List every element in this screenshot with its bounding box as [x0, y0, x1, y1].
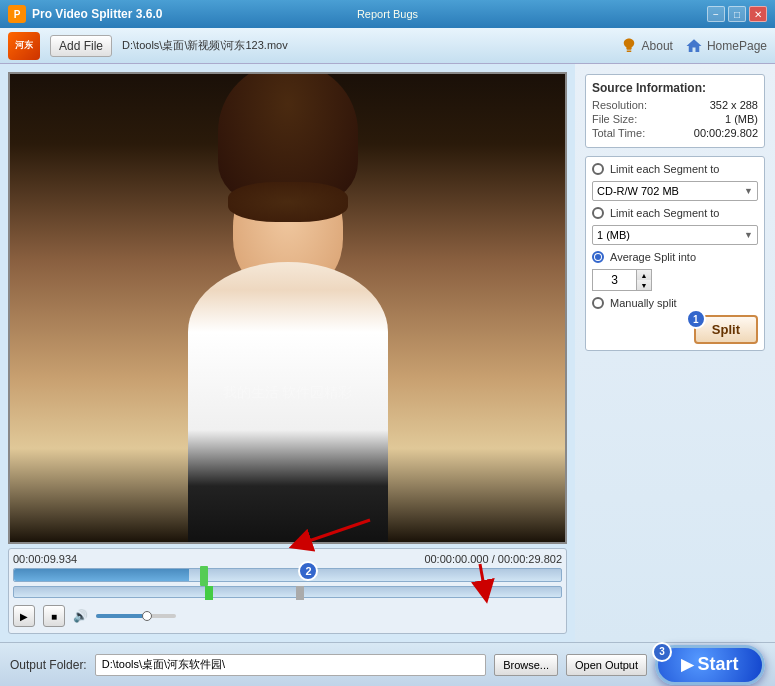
title-controls: − □ ✕ — [707, 6, 767, 22]
spin-buttons: ▲ ▼ — [636, 269, 652, 291]
cd-value: CD-R/W 702 MB — [597, 185, 679, 197]
title-bar-left: P Pro Video Splitter 3.6.0 — [8, 5, 163, 23]
start-button[interactable]: 3 ▶ Start — [655, 645, 765, 685]
play-button[interactable]: ▶ — [13, 605, 35, 627]
mb-arrow-icon: ▼ — [744, 230, 753, 240]
mb-value: 1 (MB) — [597, 229, 630, 241]
average-split-row: Average Split into — [592, 251, 758, 263]
source-info-title: Source Information: — [592, 81, 758, 95]
app-icon: P — [8, 5, 26, 23]
homepage-link[interactable]: HomePage — [685, 37, 767, 55]
about-link[interactable]: About — [620, 37, 673, 55]
split-count-spinner[interactable]: 3 ▲ ▼ — [592, 269, 652, 291]
total-time-value: 00:00:29.802 — [694, 127, 758, 139]
resolution-value: 352 x 288 — [710, 99, 758, 111]
browse-button[interactable]: Browse... — [494, 654, 558, 676]
watermark: 我的生活 软件园精彩 — [223, 384, 353, 402]
total-time-label: Total Time: — [592, 127, 645, 139]
segment-marker-gray[interactable] — [296, 586, 304, 600]
mb-select-row: 1 (MB) ▼ — [592, 225, 758, 245]
source-info-section: Source Information: Resolution: 352 x 28… — [585, 74, 765, 148]
play-triangle-icon: ▶ — [681, 655, 693, 674]
total-time-row: Total Time: 00:00:29.802 — [592, 127, 758, 139]
about-label: About — [642, 39, 673, 53]
file-size-row: File Size: 1 (MB) — [592, 113, 758, 125]
stop-button[interactable]: ■ — [43, 605, 65, 627]
average-split-label: Average Split into — [610, 251, 696, 263]
minimize-button[interactable]: − — [707, 6, 725, 22]
video-section: 我的生活 软件园精彩 00:00:09.934 00:00:00.000 / 0… — [0, 64, 575, 642]
split-button[interactable]: 1 Split — [694, 315, 758, 344]
limit-mb-radio[interactable] — [592, 207, 604, 219]
limit-mb-label: Limit each Segment to — [610, 207, 719, 219]
spin-up-button[interactable]: ▲ — [637, 270, 651, 280]
spin-down-button[interactable]: ▼ — [637, 280, 651, 290]
logo: 河东 — [8, 32, 40, 60]
cd-arrow-icon: ▼ — [744, 186, 753, 196]
home-icon — [685, 37, 703, 55]
homepage-label: HomePage — [707, 39, 767, 53]
limit-cd-label: Limit each Segment to — [610, 163, 719, 175]
output-path-input[interactable] — [95, 654, 486, 676]
trophy-icon — [620, 37, 638, 55]
main-content: 我的生活 软件园精彩 00:00:09.934 00:00:00.000 / 0… — [0, 64, 775, 642]
time-range: 00:00:00.000 / 00:00:29.802 — [424, 553, 562, 565]
svg-rect-0 — [626, 49, 631, 50]
cd-select-row: CD-R/W 702 MB ▼ — [592, 181, 758, 201]
video-player[interactable]: 我的生活 软件园精彩 — [8, 72, 567, 544]
timeline-area: 00:00:09.934 00:00:00.000 / 00:00:29.802… — [8, 548, 567, 634]
mb-select[interactable]: 1 (MB) ▼ — [592, 225, 758, 245]
average-split-radio[interactable] — [592, 251, 604, 263]
volume-thumb[interactable] — [142, 611, 152, 621]
add-file-button[interactable]: Add File — [50, 35, 112, 57]
volume-icon: 🔊 — [73, 609, 88, 623]
segment-bar[interactable] — [13, 586, 562, 598]
controls-bar: ▶ ■ 🔊 — [13, 603, 562, 629]
manually-split-radio[interactable] — [592, 297, 604, 309]
window-title: Pro Video Splitter 3.6.0 — [32, 7, 163, 21]
close-button[interactable]: ✕ — [749, 6, 767, 22]
title-bar: P Pro Video Splitter 3.6.0 Report Bugs −… — [0, 0, 775, 28]
file-path: D:\tools\桌面\新视频\河东123.mov — [122, 38, 610, 53]
limit-cd-row: Limit each Segment to — [592, 163, 758, 175]
restore-button[interactable]: □ — [728, 6, 746, 22]
bottom-bar: Output Folder: Browse... Open Output 3 ▶… — [0, 642, 775, 686]
segment-marker-green[interactable] — [205, 586, 213, 600]
report-bugs-link[interactable]: Report Bugs — [357, 8, 418, 20]
video-figure — [148, 162, 428, 542]
progress-bar[interactable]: 2 — [13, 568, 562, 582]
toolbar-right: About HomePage — [620, 37, 767, 55]
current-time: 00:00:09.934 — [13, 553, 77, 565]
cd-select[interactable]: CD-R/W 702 MB ▼ — [592, 181, 758, 201]
limit-cd-radio[interactable] — [592, 163, 604, 175]
start-circle-number: 3 — [652, 642, 672, 662]
file-size-value: 1 (MB) — [725, 113, 758, 125]
volume-slider[interactable] — [96, 614, 176, 618]
file-size-label: File Size: — [592, 113, 637, 125]
timeline-circle-marker: 2 — [298, 561, 318, 581]
output-folder-label: Output Folder: — [10, 658, 87, 672]
split-circle-number: 1 — [686, 309, 706, 329]
progress-fill — [14, 569, 189, 581]
right-panel: Source Information: Resolution: 352 x 28… — [575, 64, 775, 642]
split-label: Split — [712, 322, 740, 337]
resolution-row: Resolution: 352 x 288 — [592, 99, 758, 111]
toolbar: 河东 Add File D:\tools\桌面\新视频\河东123.mov Ab… — [0, 28, 775, 64]
manually-split-row: Manually split — [592, 297, 758, 309]
open-output-button[interactable]: Open Output — [566, 654, 647, 676]
logo-area: 河东 — [8, 32, 40, 60]
limit-mb-row: Limit each Segment to — [592, 207, 758, 219]
split-count-input[interactable]: 3 — [592, 269, 636, 291]
timeline-marker-green[interactable] — [200, 566, 208, 586]
resolution-label: Resolution: — [592, 99, 647, 111]
options-group: Limit each Segment to CD-R/W 702 MB ▼ Li… — [585, 156, 765, 351]
start-label: Start — [697, 654, 738, 675]
volume-fill — [96, 614, 144, 618]
manually-split-label: Manually split — [610, 297, 677, 309]
split-count-row: 3 ▲ ▼ — [592, 269, 758, 291]
